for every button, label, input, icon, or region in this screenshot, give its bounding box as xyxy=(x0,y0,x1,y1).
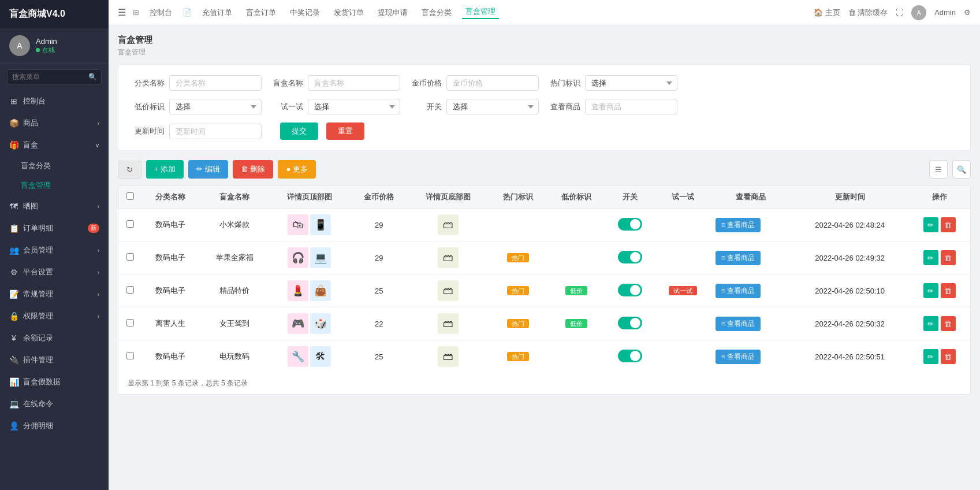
sidebar-item-dashboard[interactable]: ⊞ 控制台 xyxy=(0,90,109,112)
edit-row-btn-1[interactable]: ✏ xyxy=(923,217,938,232)
topnav-link-box-category[interactable]: 盲盒分类 xyxy=(418,8,455,18)
bottom-img-thumb-2: 🗃 xyxy=(438,247,459,268)
list-icon: ≡ xyxy=(721,254,725,262)
filter-view-goods-input[interactable] xyxy=(585,99,677,114)
sidebar-item-online-cmd[interactable]: 💻 在线命令 xyxy=(0,393,109,415)
col-gold-price: 金币价格 xyxy=(350,186,408,209)
topnav-link-lottery[interactable]: 中奖记录 xyxy=(286,8,323,18)
settings-icon[interactable]: ⚙ xyxy=(964,8,971,17)
switch-toggle-5[interactable] xyxy=(618,350,642,362)
switch-toggle-4[interactable] xyxy=(618,317,642,329)
affiliate-icon: 👤 xyxy=(9,421,18,430)
filter-low: 低价标识 选择 低价 非低价 xyxy=(132,99,262,114)
chevron-right-icon: › xyxy=(98,247,99,254)
home-link[interactable]: 🏠 主页 xyxy=(814,8,840,18)
user-status: 在线 xyxy=(36,46,57,54)
switch-toggle-2[interactable] xyxy=(618,251,642,263)
topnav-link-withdraw[interactable]: 提现申请 xyxy=(374,8,411,18)
add-button[interactable]: + 添加 xyxy=(146,160,184,179)
low-badge-4: 低价 xyxy=(565,319,587,328)
cell-top-img-5: 🔧 🛠 xyxy=(269,340,350,373)
bottom-img-thumb-4: 🗃 xyxy=(438,313,459,334)
sidebar-item-members[interactable]: 👥 会员管理 › xyxy=(0,239,109,261)
edit-row-btn-3[interactable]: ✏ xyxy=(923,283,938,298)
filter-view-goods-label: 查看商品 xyxy=(548,102,580,112)
filter-low-select[interactable]: 选择 低价 非低价 xyxy=(169,99,262,114)
search-filter-button[interactable]: 🔍 xyxy=(952,160,971,179)
filter-category-input[interactable] xyxy=(169,75,262,91)
cell-category-4: 离害人生 xyxy=(141,307,200,340)
delete-row-btn-1[interactable]: 🗑 xyxy=(941,217,956,232)
reset-button[interactable]: 重置 xyxy=(326,122,364,140)
clear-cache-link[interactable]: 🗑 清除缓存 xyxy=(848,8,888,18)
delete-button[interactable]: 🗑 删除 xyxy=(233,160,274,179)
edit-row-btn-5[interactable]: ✏ xyxy=(923,349,938,364)
sidebar-item-blindbox[interactable]: 🎁 盲盒 ∨ xyxy=(0,134,109,156)
cell-bottom-img-4: 🗃 xyxy=(408,307,489,340)
filter-gold-price: 金币价格 xyxy=(409,75,539,91)
delete-row-btn-4[interactable]: 🗑 xyxy=(941,316,956,331)
topnav-link-dashboard[interactable]: 控制台 xyxy=(146,8,176,18)
view-goods-btn-5[interactable]: ≡ 查看商品 xyxy=(716,350,761,364)
row-checkbox-4[interactable] xyxy=(126,319,134,326)
sidebar-item-label: 商品 xyxy=(23,118,38,128)
sidebar-item-permissions[interactable]: 🔒 权限管理 › xyxy=(0,305,109,327)
filter-switch-select[interactable]: 选择 开启 关闭 xyxy=(446,99,539,114)
filter-try-select[interactable]: 选择 是 否 xyxy=(308,99,400,114)
fullscreen-icon[interactable]: ⛶ xyxy=(896,8,903,17)
refresh-button[interactable]: ↻ xyxy=(118,161,141,179)
switch-toggle-3[interactable] xyxy=(618,284,642,296)
top-img-thumb-1-5: 🔧 xyxy=(288,346,308,367)
edit-button[interactable]: ✏ 编辑 xyxy=(188,160,228,179)
delete-row-btn-5[interactable]: 🗑 xyxy=(941,349,956,364)
edit-row-btn-4[interactable]: ✏ xyxy=(923,316,938,331)
edit-row-btn-2[interactable]: ✏ xyxy=(923,250,938,265)
submit-button[interactable]: 提交 xyxy=(280,122,318,140)
sidebar-item-affiliate[interactable]: 👤 分佣明细 xyxy=(0,415,109,437)
sidebar-item-label: 盲盒管理 xyxy=(21,180,51,191)
delete-row-btn-2[interactable]: 🗑 xyxy=(941,250,956,265)
view-goods-btn-4[interactable]: ≡ 查看商品 xyxy=(716,317,761,331)
view-goods-btn-1[interactable]: ≡ 查看商品 xyxy=(716,218,761,232)
sidebar-item-plugins[interactable]: 🔌 插件管理 xyxy=(0,349,109,371)
search-input[interactable] xyxy=(7,69,102,84)
filter-hot-select[interactable]: 选择 热门 非热门 xyxy=(585,75,677,91)
filter-box-name-input[interactable] xyxy=(308,75,400,91)
filter-update-time-input[interactable] xyxy=(169,124,262,139)
sidebar-item-map[interactable]: 🗺 晒图 › xyxy=(0,195,109,217)
sidebar-item-blindbox-data[interactable]: 📊 盲盒假数据 xyxy=(0,371,109,393)
sidebar-item-box-category[interactable]: 盲盒分类 xyxy=(0,156,109,176)
cell-low-5 xyxy=(547,340,605,373)
sidebar-item-box-manage[interactable]: 盲盒管理 xyxy=(0,176,109,195)
row-checkbox-1[interactable] xyxy=(126,220,134,228)
sidebar-item-general[interactable]: 📝 常规管理 › xyxy=(0,283,109,305)
topnav-link-ship[interactable]: 发货订单 xyxy=(330,8,367,18)
col-bottom-img: 详情页底部图 xyxy=(408,186,489,209)
switch-toggle-1[interactable] xyxy=(618,218,642,231)
sidebar-item-label: 晒图 xyxy=(23,201,38,211)
cell-low-1 xyxy=(547,209,605,242)
delete-row-btn-3[interactable]: 🗑 xyxy=(941,283,956,298)
menu-toggle-icon[interactable]: ☰ xyxy=(118,7,126,18)
sidebar-search-wrap[interactable]: 🔍 xyxy=(0,64,109,90)
page-title: 盲盒管理 xyxy=(118,35,971,46)
filter-gold-price-input[interactable] xyxy=(446,75,539,91)
topnav-link-recharge[interactable]: 充值订单 xyxy=(199,8,236,18)
sidebar-item-goods[interactable]: 📦 商品 › xyxy=(0,112,109,134)
more-button[interactable]: ● 更多 xyxy=(278,160,315,179)
row-checkbox-3[interactable] xyxy=(126,286,134,294)
topnav-link-box-manage[interactable]: 盲盒管理 xyxy=(462,6,499,19)
sidebar-item-platform[interactable]: ⚙ 平台设置 › xyxy=(0,261,109,283)
cell-view-5: ≡ 查看商品 xyxy=(711,340,792,373)
select-all-checkbox[interactable] xyxy=(126,192,134,200)
view-goods-btn-3[interactable]: ≡ 查看商品 xyxy=(716,284,761,298)
dashboard-icon: ⊞ xyxy=(9,96,18,106)
column-settings-button[interactable]: ☰ xyxy=(929,160,948,179)
sidebar-item-balance[interactable]: ¥ 余额记录 xyxy=(0,327,109,349)
row-checkbox-5[interactable] xyxy=(126,352,134,359)
topnav-link-box-orders[interactable]: 盲盒订单 xyxy=(243,8,280,18)
row-checkbox-2[interactable] xyxy=(126,253,134,261)
view-goods-btn-2[interactable]: ≡ 查看商品 xyxy=(716,251,761,265)
filter-card: 分类名称 盲盒名称 金币价格 热门标识 选择 热门 非热门 xyxy=(118,64,971,151)
sidebar-item-orders[interactable]: 📋 订单明细 新 xyxy=(0,217,109,239)
